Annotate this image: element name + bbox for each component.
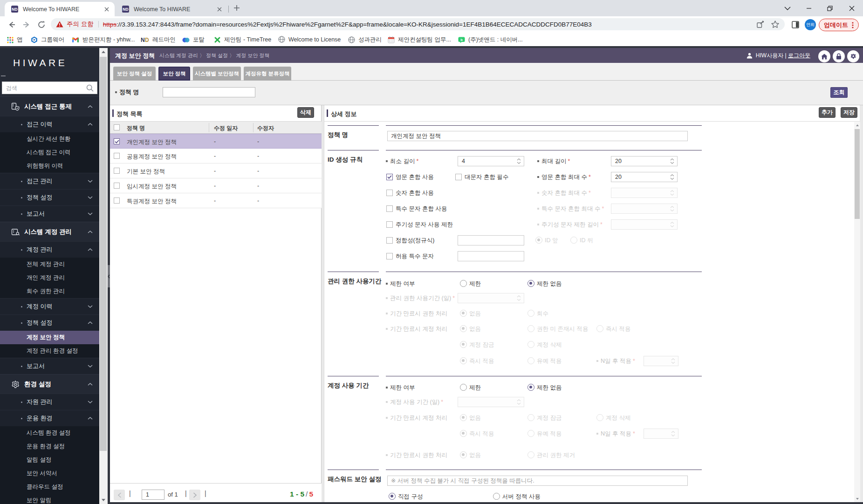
sidebar-item-3[interactable]: 시스템 접근 이력: [0, 146, 99, 159]
browser-tab-inactive[interactable]: ND Welcome To HIWARE: [116, 2, 227, 16]
bookmark-performance[interactable]: 성과관리: [348, 36, 382, 44]
sidebar-item-4[interactable]: 위험행위 이력: [0, 159, 99, 173]
tab-1[interactable]: 보안 정책: [158, 67, 190, 81]
sidebar-search-box[interactable]: [2, 82, 97, 94]
tab-2[interactable]: 시스템별 보안정책: [193, 67, 241, 81]
sidebar-item-12[interactable]: 회수 권한 관리: [0, 285, 99, 298]
special-mix-checkbox[interactable]: [386, 205, 393, 212]
lock-button[interactable]: [833, 50, 845, 62]
sidebar-item-20[interactable]: 운용 환경: [0, 410, 99, 426]
table-row[interactable]: 임시계정 보안 정책 - -: [110, 178, 322, 193]
number-mix-checkbox[interactable]: [386, 190, 393, 196]
browser-tab-active[interactable]: ND Welcome To HIWARE: [5, 2, 115, 16]
page-next-button[interactable]: [189, 490, 200, 500]
save-button[interactable]: 저장: [841, 107, 857, 118]
bookmark-consulting-calendar[interactable]: 제안컨설팅팀 업무...: [388, 36, 451, 44]
policy-name-filter-input[interactable]: [163, 87, 255, 97]
sidebar-item-23[interactable]: 알림 설정: [0, 453, 99, 467]
account-no-limit-radio[interactable]: [527, 384, 534, 391]
account-limit-radio[interactable]: [460, 384, 467, 391]
bookmark-groupware[interactable]: 그룹웨어: [31, 36, 64, 44]
scroll-down-icon[interactable]: [99, 496, 108, 504]
sidebar-section-18[interactable]: 환경 설정: [0, 374, 99, 394]
home-button[interactable]: [818, 50, 830, 62]
spinner-arrows-icon[interactable]: [670, 158, 674, 164]
allowed-special-checkbox[interactable]: [386, 253, 393, 259]
forward-icon[interactable]: [22, 20, 31, 29]
sidebar-item-13[interactable]: 계정 이력: [0, 298, 99, 314]
row-checkbox[interactable]: [114, 198, 120, 204]
regex-checkbox[interactable]: [386, 237, 393, 244]
table-row[interactable]: 특권계정 보안 정책 - -: [110, 193, 322, 208]
bookmark-redmine[interactable]: ND레드마인: [141, 36, 176, 44]
sidebar-item-17[interactable]: 보고서: [0, 358, 99, 374]
tab-search-icon[interactable]: [781, 0, 794, 16]
window-minimize-button[interactable]: [802, 0, 815, 16]
periodic-limit-checkbox[interactable]: [386, 221, 393, 228]
sidebar-item-21[interactable]: 시스템 환경 설정: [0, 426, 99, 440]
min-length-spinner[interactable]: 4: [458, 156, 524, 166]
sidebar-item-7[interactable]: 보고서: [0, 205, 99, 222]
sidebar-item-2[interactable]: 실시간 세션 현황: [0, 132, 99, 146]
bookmark-timetree[interactable]: 제안팀 - TimeTree: [214, 36, 271, 44]
side-panel-icon[interactable]: [792, 21, 799, 28]
bookmark-star-icon[interactable]: [771, 20, 779, 28]
security-warning[interactable]: 주의 요함: [56, 20, 94, 28]
row-checkbox[interactable]: [114, 168, 120, 174]
sidebar-item-1[interactable]: 접근 이력: [0, 116, 99, 132]
scroll-down-icon[interactable]: [854, 496, 860, 502]
password-note-input[interactable]: [387, 476, 688, 486]
sidebar-item-25[interactable]: 클라우드 설정: [0, 480, 99, 494]
sidebar-item-16[interactable]: 계정 관리 환경 설정: [0, 344, 99, 358]
password-direct-radio[interactable]: [389, 493, 396, 500]
admin-no-limit-radio[interactable]: [527, 280, 534, 287]
detail-scrollbar-thumb[interactable]: [855, 129, 860, 219]
sidebar-item-5[interactable]: 접근 관리: [0, 173, 99, 189]
chrome-update-button[interactable]: 업데이트: [819, 19, 859, 31]
bookmark-portal[interactable]: 포탈: [182, 36, 205, 44]
spinner-arrows-icon[interactable]: [517, 158, 521, 164]
sidebar-scrollbar[interactable]: [99, 48, 108, 504]
sidebar-section-8[interactable]: 시스템 계정 관리: [0, 222, 99, 241]
tab-close-icon[interactable]: [103, 6, 110, 13]
logout-link[interactable]: 로그아웃: [788, 52, 810, 59]
search-button[interactable]: 조회: [830, 87, 848, 98]
table-row[interactable]: 기본 보안 정책 - -: [110, 163, 322, 178]
page-number-input[interactable]: [142, 490, 164, 500]
apps-shortcut[interactable]: 앱: [7, 36, 23, 44]
add-button[interactable]: 추가: [819, 107, 836, 118]
bookmark-license[interactable]: Welcome to License: [278, 36, 341, 43]
sidebar-item-22[interactable]: 운용 환경 설정: [0, 440, 99, 453]
delete-button[interactable]: 삭제: [297, 107, 314, 118]
sidebar-search-input[interactable]: [6, 84, 81, 92]
table-row[interactable]: 공용계정 보안 정책 - -: [110, 149, 322, 163]
reload-icon[interactable]: [37, 20, 46, 29]
sidebar-item-11[interactable]: 개인 계정 관리: [0, 271, 99, 285]
window-close-button[interactable]: [845, 0, 858, 16]
tab-close-icon[interactable]: [216, 6, 223, 13]
sidebar-scrollbar-thumb[interactable]: [100, 57, 107, 451]
share-icon[interactable]: [757, 20, 765, 28]
spinner-arrows-icon[interactable]: [670, 174, 674, 180]
scroll-up-icon[interactable]: [854, 122, 860, 129]
sidebar-section-0[interactable]: 시스템 접근 통제: [0, 96, 99, 116]
tab-3[interactable]: 계정유형 분류정책: [244, 67, 291, 81]
uppercase-required-checkbox[interactable]: [455, 174, 462, 180]
new-tab-button[interactable]: [233, 5, 240, 12]
allowed-special-input[interactable]: [458, 251, 524, 261]
regex-input[interactable]: [458, 235, 524, 245]
sidebar-item-14[interactable]: 정책 설정: [0, 314, 99, 331]
sidebar-item-6[interactable]: 정책 설정: [0, 189, 99, 205]
admin-limit-radio[interactable]: [460, 280, 467, 287]
row-checkbox[interactable]: [114, 138, 120, 144]
settings-button[interactable]: [847, 50, 859, 62]
page-prev-button[interactable]: [114, 490, 125, 500]
sidebar-item-24[interactable]: 보안 서약서: [0, 467, 99, 480]
tab-0[interactable]: 보안 정책 설정: [113, 67, 156, 81]
profile-avatar[interactable]: 연희: [805, 19, 816, 30]
row-checkbox[interactable]: [114, 183, 120, 189]
sidebar-item-19[interactable]: 자원 관리: [0, 394, 99, 410]
row-checkbox[interactable]: [114, 153, 120, 159]
window-restore-button[interactable]: [823, 0, 836, 16]
select-all-checkbox[interactable]: [114, 124, 120, 130]
